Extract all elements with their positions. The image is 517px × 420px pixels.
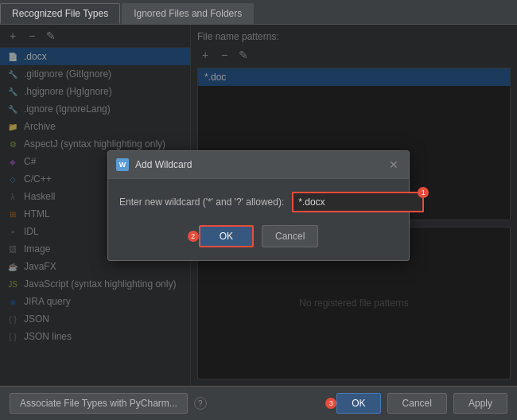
associate-file-types-button[interactable]: Associate File Types with PyCharm...: [10, 393, 188, 414]
apply-button[interactable]: Apply: [453, 393, 507, 414]
cancel-button[interactable]: Cancel: [387, 393, 447, 414]
badge-3: 3: [325, 398, 336, 409]
bottom-bar: Associate File Types with PyCharm... ? 3…: [0, 386, 517, 420]
tabs-bar: Recognized File Types Ignored Files and …: [0, 0, 517, 25]
dialog-input-label: Enter new wildcard ('*' and '?' allowed)…: [119, 196, 284, 208]
help-icon[interactable]: ?: [194, 397, 207, 410]
tab-recognized-file-types[interactable]: Recognized File Types: [0, 3, 120, 24]
dialog-titlebar: W Add Wildcard ✕: [108, 151, 409, 179]
ok-button[interactable]: OK: [336, 393, 380, 414]
dialog-ok-button[interactable]: OK: [199, 225, 254, 247]
dialog-input-row: Enter new wildcard ('*' and '?' allowed)…: [119, 192, 398, 212]
dialog-title: Add Wildcard: [135, 159, 380, 170]
dialog-overlay: W Add Wildcard ✕ Enter new wildcard ('*'…: [0, 25, 517, 386]
main-container: Recognized File Types Ignored Files and …: [0, 0, 517, 420]
content-area: + − ✎ 📄 .docx 🔧 .gitignore (GitIgnore) 🔧…: [0, 25, 517, 386]
badge-1: 1: [418, 187, 429, 198]
badge-2: 2: [188, 231, 199, 242]
add-wildcard-dialog: W Add Wildcard ✕ Enter new wildcard ('*'…: [107, 150, 410, 261]
dialog-title-icon: W: [116, 158, 129, 171]
dialog-cancel-button[interactable]: Cancel: [262, 225, 318, 247]
tab-ignored-files[interactable]: Ignored Files and Folders: [122, 3, 254, 24]
dialog-close-button[interactable]: ✕: [387, 158, 401, 172]
wildcard-input[interactable]: [292, 192, 424, 212]
dialog-body: Enter new wildcard ('*' and '?' allowed)…: [108, 179, 409, 260]
dialog-buttons: 2 OK Cancel: [119, 225, 398, 247]
